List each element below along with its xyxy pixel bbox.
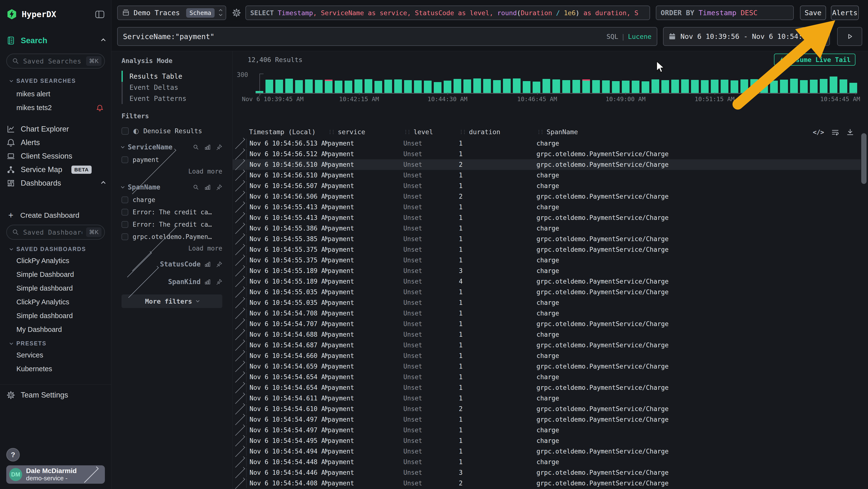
filter-option[interactable]: grpc.oteldemo.PaymentSe… bbox=[122, 233, 222, 240]
table-row[interactable]: Nov 6 10:54:54.654 AMpaymentUnset1charge bbox=[233, 372, 861, 382]
wrap-lines-icon[interactable] bbox=[831, 128, 839, 136]
dashboard-item[interactable]: ClickPy Analytics bbox=[6, 257, 105, 265]
bar-chart-icon[interactable] bbox=[205, 261, 211, 267]
saved-dashboards-input[interactable]: Saved Dashboards ⌘K bbox=[6, 225, 105, 240]
row-expand-chevron[interactable] bbox=[233, 471, 246, 474]
filter-option[interactable]: Error: The credit card … bbox=[122, 208, 222, 216]
saved-searches-section-header[interactable]: SAVED SEARCHES bbox=[6, 78, 105, 84]
create-dashboard-button[interactable]: + Create Dashboard bbox=[6, 209, 105, 222]
filter-group-spankind[interactable]: SpanKind bbox=[122, 278, 222, 286]
bar-chart-icon[interactable] bbox=[205, 279, 211, 285]
pin-icon[interactable] bbox=[216, 184, 222, 191]
bar-chart-icon[interactable] bbox=[205, 144, 211, 150]
table-row[interactable]: Nov 6 10:54:54.654 AMpaymentUnset1grpc.o… bbox=[233, 382, 861, 393]
saved-search-item[interactable]: mikes tets2 bbox=[6, 104, 105, 112]
row-expand-chevron[interactable] bbox=[233, 429, 246, 431]
language-lucene-option[interactable]: Lucene bbox=[628, 33, 651, 40]
row-expand-chevron[interactable] bbox=[233, 461, 246, 463]
row-expand-chevron[interactable] bbox=[233, 174, 246, 176]
view-source-icon[interactable]: </> bbox=[813, 128, 824, 136]
table-row[interactable]: Nov 6 10:54:55.189 AMpaymentUnset4grpc.o… bbox=[233, 276, 861, 287]
column-drag-handle[interactable]: ⋮⋮ bbox=[403, 129, 410, 135]
checkbox[interactable] bbox=[122, 127, 129, 135]
row-expand-chevron[interactable] bbox=[233, 365, 246, 368]
row-expand-chevron[interactable] bbox=[233, 153, 246, 155]
more-filters-button[interactable]: More filters bbox=[122, 294, 222, 308]
resume-live-tail-button[interactable]: Resume Live Tail bbox=[774, 54, 856, 66]
sidebar-item-dashboards[interactable]: Dashboards bbox=[6, 176, 105, 190]
table-row[interactable]: Nov 6 10:54:55.035 AMpaymentUnset1charge bbox=[233, 297, 861, 308]
search-icon[interactable] bbox=[193, 144, 199, 150]
download-icon[interactable] bbox=[846, 128, 854, 136]
checkbox[interactable] bbox=[122, 209, 128, 215]
table-row[interactable]: Nov 6 10:54:55.375 AMpaymentUnset1grpc.o… bbox=[233, 244, 861, 255]
column-header-spanname[interactable]: ⋮⋮SpanName bbox=[536, 128, 861, 136]
table-row[interactable]: Nov 6 10:54:54.448 AMpaymentUnset1charge bbox=[233, 457, 861, 467]
bar-chart-icon[interactable] bbox=[205, 184, 211, 191]
dashboard-item[interactable]: Simple Dashboard bbox=[6, 270, 105, 279]
row-expand-chevron[interactable] bbox=[233, 344, 246, 346]
table-row[interactable]: Nov 6 10:54:55.375 AMpaymentUnset1charge bbox=[233, 255, 861, 265]
user-menu[interactable]: DM Dale McDiarmid demo-service - bbox=[6, 465, 105, 484]
load-more-button[interactable]: Load more bbox=[122, 245, 222, 252]
table-row[interactable]: Nov 6 10:54:56.506 AMpaymentUnset2grpc.o… bbox=[233, 191, 861, 202]
row-expand-chevron[interactable] bbox=[233, 301, 246, 304]
tab-results-table[interactable]: Results Table bbox=[122, 71, 222, 82]
dashboard-item[interactable]: Simple dashboard bbox=[6, 284, 105, 292]
pin-icon[interactable] bbox=[216, 261, 222, 267]
table-row[interactable]: Nov 6 10:54:56.510 AMpaymentUnset1charge bbox=[233, 170, 861, 180]
table-row[interactable]: Nov 6 10:54:56.512 AMpaymentUnset1grpc.o… bbox=[233, 149, 861, 159]
table-row[interactable]: Nov 6 10:54:56.513 AMpaymentUnset1charge bbox=[233, 138, 861, 149]
checkbox[interactable] bbox=[122, 156, 128, 163]
search-icon[interactable] bbox=[193, 184, 199, 191]
table-row[interactable]: Nov 6 10:54:54.610 AMpaymentUnset2grpc.o… bbox=[233, 404, 861, 414]
row-expand-chevron[interactable] bbox=[233, 439, 246, 442]
table-row[interactable]: Nov 6 10:54:54.611 AMpaymentUnset1charge bbox=[233, 393, 861, 404]
row-expand-chevron[interactable] bbox=[233, 354, 246, 357]
sidebar-item-chart-explorer[interactable]: Chart Explorer bbox=[6, 122, 105, 136]
order-by-input[interactable]: ORDER BY Timestamp DESC bbox=[656, 5, 794, 20]
table-row[interactable]: Nov 6 10:54:55.189 AMpaymentUnset3charge bbox=[233, 265, 861, 276]
results-histogram[interactable]: 300 bbox=[255, 74, 857, 94]
filter-option[interactable]: payment bbox=[122, 156, 222, 164]
row-expand-chevron[interactable] bbox=[233, 164, 246, 166]
preset-item[interactable]: Kubernetes bbox=[6, 365, 105, 373]
select-clause-input[interactable]: SELECT Timestamp, ServiceName as service… bbox=[245, 5, 650, 20]
row-expand-chevron[interactable] bbox=[233, 323, 246, 325]
sidebar-item-client-sessions[interactable]: Client Sessions bbox=[6, 149, 105, 163]
saved-searches-input[interactable]: Saved Searches ⌘K bbox=[6, 54, 105, 68]
filter-group-servicename[interactable]: ServiceName bbox=[122, 143, 222, 151]
sidebar-item-search[interactable]: Search bbox=[6, 35, 105, 46]
sidebar-item-team-settings[interactable]: Team Settings bbox=[6, 388, 105, 402]
dashboard-item[interactable]: Simple dashboard bbox=[6, 312, 105, 320]
checkbox[interactable] bbox=[122, 197, 128, 203]
table-row[interactable]: Nov 6 10:54:54.707 AMpaymentUnset1grpc.o… bbox=[233, 319, 861, 329]
table-row[interactable]: Nov 6 10:54:56.507 AMpaymentUnset1charge bbox=[233, 180, 861, 191]
row-expand-chevron[interactable] bbox=[233, 206, 246, 208]
table-row[interactable]: Nov 6 10:54:55.385 AMpaymentUnset1grpc.o… bbox=[233, 234, 861, 244]
run-query-button[interactable] bbox=[837, 27, 862, 46]
dashboard-item[interactable]: ClickPy Analytics bbox=[6, 298, 105, 306]
search-query-input[interactable]: ServiceName:"payment" SQL|Lucene bbox=[117, 27, 657, 46]
table-row[interactable]: Nov 6 10:54:55.035 AMpaymentUnset1grpc.o… bbox=[233, 287, 861, 297]
column-drag-handle[interactable]: ⋮⋮ bbox=[536, 129, 543, 135]
load-more-button[interactable]: Load more bbox=[122, 168, 222, 175]
checkbox[interactable] bbox=[122, 233, 128, 240]
row-expand-chevron[interactable] bbox=[233, 418, 246, 421]
help-button[interactable]: ? bbox=[6, 448, 20, 461]
tab-event-deltas[interactable]: Event Deltas bbox=[122, 82, 222, 93]
table-row[interactable]: Nov 6 10:54:56.510 AMpaymentUnset2grpc.o… bbox=[233, 159, 861, 170]
row-expand-chevron[interactable] bbox=[233, 450, 246, 453]
scrollbar-thumb[interactable] bbox=[861, 133, 867, 184]
sidebar-collapse-icon[interactable] bbox=[95, 10, 105, 19]
sidebar-item-service-map[interactable]: Service Map BETA bbox=[6, 163, 105, 176]
row-expand-chevron[interactable] bbox=[233, 217, 246, 219]
row-expand-chevron[interactable] bbox=[233, 269, 246, 272]
column-header-duration[interactable]: ⋮⋮duration bbox=[459, 128, 536, 136]
row-expand-chevron[interactable] bbox=[233, 227, 246, 230]
table-row[interactable]: Nov 6 10:54:54.708 AMpaymentUnset1charge bbox=[233, 308, 861, 319]
preset-item[interactable]: Services bbox=[6, 351, 105, 359]
column-header-timestamp[interactable]: Timestamp (Local) bbox=[246, 128, 328, 136]
row-expand-chevron[interactable] bbox=[233, 386, 246, 389]
row-expand-chevron[interactable] bbox=[233, 408, 246, 410]
